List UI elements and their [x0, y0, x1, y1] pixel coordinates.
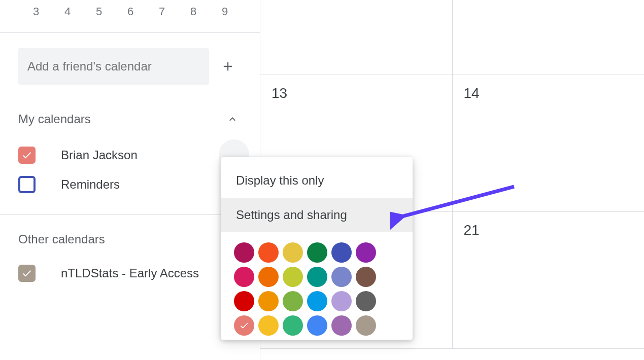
add-calendar-button[interactable] [214, 53, 242, 80]
menu-settings-sharing[interactable]: Settings and sharing [221, 198, 413, 232]
color-swatch[interactable] [258, 291, 279, 311]
color-swatch[interactable] [307, 291, 327, 311]
day-cell[interactable] [453, 0, 645, 75]
calendar-label: nTLDStats - Early Access [61, 266, 199, 280]
chevron-up-icon [226, 113, 239, 125]
color-swatch[interactable] [331, 267, 352, 287]
color-swatch[interactable] [331, 315, 352, 336]
color-swatch[interactable] [331, 242, 352, 263]
mini-day[interactable]: 7 [156, 5, 167, 18]
calendar-options-menu: Display this only Settings and sharing [221, 157, 413, 340]
calendar-item-reminders[interactable]: Reminders [18, 170, 242, 199]
color-swatch[interactable] [307, 315, 327, 336]
calendar-item-ntldstats[interactable]: nTLDStats - Early Access [18, 259, 242, 288]
color-swatch[interactable] [234, 291, 254, 311]
color-swatch[interactable] [258, 242, 279, 263]
collapse-my-calendars[interactable] [223, 110, 242, 128]
mini-day[interactable]: 8 [188, 5, 199, 18]
color-swatch[interactable] [331, 291, 352, 311]
color-swatch[interactable] [356, 315, 376, 336]
color-swatch[interactable] [283, 315, 303, 336]
mini-day[interactable]: 9 [219, 5, 230, 18]
mini-day[interactable]: 6 [125, 5, 136, 18]
plus-icon [221, 59, 235, 74]
check-icon [21, 268, 32, 279]
color-swatch[interactable] [234, 267, 254, 287]
color-swatch[interactable] [258, 315, 279, 336]
day-cell[interactable]: 21 [453, 212, 645, 348]
color-swatch[interactable] [356, 291, 376, 311]
color-swatch[interactable] [283, 291, 303, 311]
color-picker-grid [221, 232, 413, 340]
calendar-item-brian-jackson[interactable]: Brian Jackson [18, 140, 242, 170]
mini-calendar-week: 3 4 5 6 7 8 9 [0, 0, 260, 32]
other-calendars-header[interactable]: Other calendars [18, 232, 105, 246]
calendar-checkbox[interactable] [18, 176, 36, 193]
color-swatch[interactable] [356, 267, 376, 287]
color-swatch[interactable] [356, 242, 376, 263]
color-swatch[interactable] [234, 242, 254, 263]
menu-display-only[interactable]: Display this only [221, 163, 413, 198]
mini-day[interactable]: 3 [30, 5, 42, 18]
color-swatch[interactable] [307, 267, 327, 287]
calendar-checkbox[interactable] [18, 265, 36, 282]
my-calendars-header[interactable]: My calendars [18, 112, 91, 126]
mini-day[interactable]: 5 [93, 5, 105, 18]
color-swatch[interactable] [234, 315, 254, 336]
calendar-checkbox[interactable] [18, 147, 36, 164]
calendar-label: Reminders [61, 177, 120, 192]
day-cell[interactable] [260, 0, 453, 75]
color-swatch[interactable] [283, 267, 303, 287]
check-icon [239, 320, 249, 331]
check-icon [21, 150, 32, 161]
mini-day[interactable]: 4 [62, 5, 73, 18]
day-cell[interactable]: 14 [453, 75, 645, 211]
calendar-label: Brian Jackson [61, 148, 138, 162]
color-swatch[interactable] [307, 242, 327, 263]
color-swatch[interactable] [283, 242, 303, 263]
add-friend-input[interactable] [18, 48, 209, 85]
color-swatch[interactable] [258, 267, 279, 287]
